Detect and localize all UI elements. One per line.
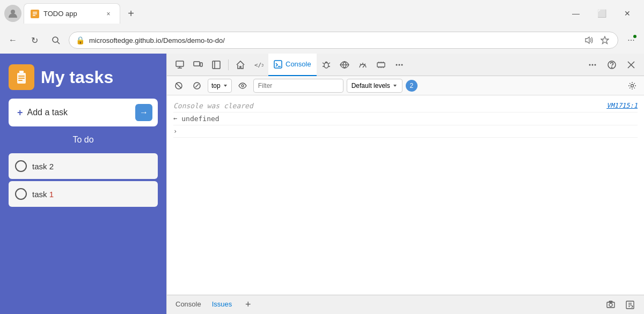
devtools-bottom-bar: Console Issues +	[167, 295, 644, 314]
bottom-add-tab-btn[interactable]: +	[240, 297, 255, 312]
help-btn[interactable]	[603, 56, 620, 73]
console-expand-line: ›	[173, 125, 638, 138]
todo-section-title: To do	[9, 135, 158, 145]
window-controls: — ⬜ ✕	[564, 5, 640, 22]
close-button[interactable]: ✕	[615, 5, 640, 22]
refresh-button[interactable]: ↻	[26, 32, 43, 49]
sidebar-btn[interactable]	[208, 56, 225, 73]
network-btn[interactable]	[336, 56, 353, 73]
screenshot-btn[interactable]	[603, 297, 618, 312]
more-tools-btn[interactable]	[391, 56, 408, 73]
task-item[interactable]: task 1	[9, 181, 158, 207]
clipboard-icon	[9, 64, 34, 90]
add-task-label: Add a task	[27, 108, 149, 117]
browser-menu-button[interactable]: ···	[623, 32, 640, 49]
svg-rect-10	[18, 76, 25, 77]
todo-header: My tasks	[9, 64, 158, 90]
active-tab[interactable]: TODO app ×	[24, 3, 120, 24]
svg-rect-17	[200, 63, 202, 66]
console-settings-btn[interactable]	[625, 78, 640, 93]
address-bar: ← ↻ 🔒 microsoftedge.github.io/Demos/demo…	[0, 27, 644, 54]
memory-btn[interactable]	[372, 56, 390, 73]
chevron-down-icon	[223, 83, 228, 88]
task-checkbox[interactable]	[15, 188, 27, 200]
svg-point-36	[592, 64, 594, 65]
vm-link[interactable]: VM1715:1	[606, 102, 638, 109]
svg-line-24	[363, 65, 364, 68]
task-name: task 2	[32, 162, 54, 171]
svg-point-35	[589, 64, 591, 65]
new-tab-button[interactable]: +	[122, 5, 140, 22]
context-value: top	[211, 82, 221, 89]
bottom-console-tab[interactable]: Console	[173, 295, 203, 315]
svg-point-39	[612, 67, 612, 68]
read-aloud-icon[interactable]	[582, 34, 595, 47]
svg-point-37	[595, 64, 596, 65]
search-button[interactable]	[47, 32, 64, 49]
console-icon	[274, 60, 282, 69]
customize-btn[interactable]	[584, 56, 601, 73]
bug-btn[interactable]	[318, 56, 335, 73]
task-name: task 1	[32, 190, 54, 199]
title-bar: TODO app × + — ⬜ ✕	[0, 0, 644, 27]
add-task-button[interactable]: + Add a task →	[9, 99, 158, 126]
log-levels-label: Default levels	[352, 82, 390, 89]
todo-title: My tasks	[41, 68, 113, 87]
eye-btn[interactable]	[235, 78, 250, 93]
export-btn[interactable]	[623, 297, 638, 312]
devtools-panel: </> Console	[166, 54, 644, 314]
console-tab[interactable]: Console	[268, 54, 317, 76]
svg-marker-48	[393, 85, 397, 87]
svg-point-33	[398, 64, 400, 65]
inspect-element-btn[interactable]	[171, 56, 188, 73]
add-icon: +	[17, 107, 23, 118]
tab-favicon	[31, 10, 39, 18]
devtools-right-controls	[584, 56, 640, 73]
notification-badge	[632, 34, 638, 39]
lock-icon: 🔒	[76, 36, 85, 44]
svg-marker-7	[601, 36, 609, 44]
svg-line-45	[195, 84, 199, 87]
svg-rect-25	[377, 63, 385, 67]
svg-rect-11	[18, 78, 25, 79]
svg-rect-13	[176, 61, 184, 66]
svg-point-47	[241, 85, 244, 87]
svg-point-5	[53, 37, 58, 42]
task-item[interactable]: task 2	[9, 153, 158, 179]
tab-title: TODO app	[43, 10, 99, 18]
svg-point-0	[11, 10, 15, 14]
task-list: task 2 task 1	[9, 153, 158, 207]
filter-input[interactable]	[253, 79, 343, 93]
performance-btn[interactable]	[354, 56, 371, 73]
svg-rect-51	[609, 301, 612, 302]
task-checkbox[interactable]	[15, 160, 27, 172]
context-selector[interactable]: top	[208, 79, 232, 93]
device-emulation-btn[interactable]	[189, 56, 207, 73]
svg-point-32	[396, 64, 397, 65]
log-levels-selector[interactable]: Default levels	[347, 79, 402, 93]
svg-rect-12	[18, 80, 23, 81]
tab-close-btn[interactable]: ×	[104, 9, 113, 19]
minimize-button[interactable]: —	[564, 5, 588, 22]
svg-rect-16	[194, 62, 200, 66]
maximize-button[interactable]: ⬜	[589, 5, 614, 22]
address-field[interactable]: 🔒 microsoftedge.github.io/Demos/demo-to-…	[69, 32, 618, 49]
expand-arrow[interactable]: ›	[173, 128, 181, 135]
svg-point-52	[609, 303, 612, 306]
devtools-close-btn[interactable]	[623, 56, 640, 73]
favorites-icon[interactable]	[598, 34, 611, 47]
bottom-issues-tab[interactable]: Issues	[210, 295, 235, 315]
svg-point-22	[324, 63, 328, 68]
elements-btn[interactable]: </>	[250, 56, 267, 73]
back-button[interactable]: ←	[4, 32, 21, 49]
profile-icon[interactable]	[4, 5, 21, 22]
svg-rect-18	[213, 61, 220, 69]
address-right-icons	[582, 34, 611, 47]
clear-console-btn[interactable]	[171, 78, 186, 93]
result-arrow: ←	[173, 115, 177, 122]
filter-toggle-btn[interactable]	[189, 78, 204, 93]
console-cleared-message: Console was cleared VM1715:1	[173, 100, 638, 113]
svg-rect-4	[33, 15, 35, 16]
address-text: microsoftedge.github.io/Demos/demo-to-do…	[89, 36, 578, 44]
home-btn[interactable]	[232, 56, 249, 73]
